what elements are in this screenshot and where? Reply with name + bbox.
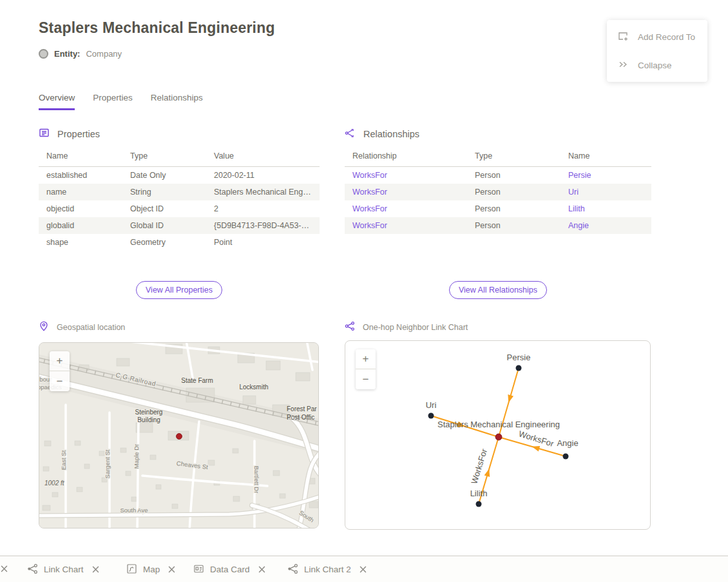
street-label-east: East St bbox=[60, 450, 67, 470]
linkchart-section-title: One-hop Neighbor Link Chart bbox=[363, 323, 468, 332]
tab-bar: Overview Properties Relationships bbox=[39, 93, 203, 110]
collapse-icon bbox=[617, 59, 629, 72]
related-entity-link[interactable]: Uri bbox=[568, 188, 579, 197]
graph-node-center[interactable] bbox=[495, 434, 502, 440]
table-row: established Date Only 2020-02-11 bbox=[39, 167, 320, 184]
linkchart-zoom-in-button[interactable]: + bbox=[356, 349, 376, 369]
graph-node-lilith[interactable] bbox=[476, 501, 482, 507]
link-chart-icon bbox=[287, 563, 298, 576]
node-label-center: Staplers Mechanical Engineering bbox=[437, 420, 560, 429]
street-label-bartlett: Bartlett Dr bbox=[253, 466, 260, 494]
bottom-tab-link-chart-2[interactable]: Link Chart 2 bbox=[287, 556, 367, 582]
map-view[interactable]: C G Railroad State Farm Locksmith Forest… bbox=[39, 342, 319, 529]
entity-label: Entity: bbox=[54, 49, 80, 59]
column-header: Value bbox=[206, 148, 320, 167]
node-label-lilith: Lilith bbox=[470, 489, 488, 498]
poi-label-locksmith: Locksmith bbox=[239, 383, 268, 391]
map-zoom-control: + − bbox=[50, 351, 70, 391]
relationship-link[interactable]: WorksFor bbox=[352, 188, 387, 197]
poi-label-forest-1: Forest Par bbox=[287, 405, 317, 412]
bottom-tab-label: Link Chart bbox=[44, 565, 84, 574]
map-canvas: C G Railroad State Farm Locksmith Forest… bbox=[39, 343, 319, 529]
tab-properties[interactable]: Properties bbox=[93, 93, 133, 110]
bottom-tab-map[interactable]: Map bbox=[126, 556, 175, 582]
properties-table-header-row: Name Type Value bbox=[39, 148, 320, 167]
close-icon[interactable] bbox=[92, 566, 99, 573]
link-chart-icon bbox=[27, 563, 38, 576]
table-row: WorksFor Person Persie bbox=[345, 167, 651, 184]
view-all-relationships-row: View All Relationships bbox=[345, 281, 651, 299]
view-all-properties-button[interactable]: View All Properties bbox=[136, 281, 222, 299]
column-header: Type bbox=[467, 148, 560, 167]
map-zoom-in-button[interactable]: + bbox=[50, 351, 70, 371]
table-row: WorksFor Person Angie bbox=[345, 217, 651, 234]
geospatial-section-title: Geospatial location bbox=[57, 323, 125, 332]
tab-overview[interactable]: Overview bbox=[39, 93, 75, 110]
linkchart-section-header: One-hop Neighbor Link Chart bbox=[345, 321, 468, 333]
properties-icon bbox=[39, 128, 50, 141]
map-pin-icon bbox=[39, 321, 49, 333]
close-icon[interactable] bbox=[258, 566, 265, 573]
node-label-uri: Uri bbox=[426, 400, 437, 410]
page-title: Staplers Mechanical Engineering bbox=[39, 19, 275, 37]
entity-value: Company bbox=[86, 49, 122, 59]
table-row: WorksFor Person Uri bbox=[345, 184, 651, 200]
street-label-sargent: Sargent St bbox=[104, 449, 111, 478]
relationships-section-title: Relationships bbox=[363, 129, 419, 139]
bottom-tab-label: Data Card bbox=[210, 565, 250, 574]
graph-node-angie[interactable] bbox=[563, 454, 569, 460]
graph-node-uri[interactable] bbox=[428, 413, 434, 419]
linkchart-zoom-out-button[interactable]: − bbox=[356, 369, 376, 389]
graph-node-persie[interactable] bbox=[516, 365, 522, 371]
table-row: WorksFor Person Lilith bbox=[345, 200, 651, 217]
table-row: shape Geometry Point bbox=[39, 234, 320, 251]
table-row: objectid Object ID 2 bbox=[39, 200, 320, 217]
entity-row: Entity: Company bbox=[39, 49, 122, 59]
map-location-marker[interactable] bbox=[177, 434, 182, 440]
link-chart-icon bbox=[345, 321, 355, 333]
column-header: Type bbox=[122, 148, 206, 167]
related-entity-link[interactable]: Persie bbox=[568, 171, 591, 180]
menu-item-collapse[interactable]: Collapse bbox=[607, 51, 707, 79]
poi-label-steinberg-2: Building bbox=[137, 416, 160, 423]
street-label-maple: Maple Dr bbox=[133, 444, 140, 469]
related-entity-link[interactable]: Angie bbox=[568, 221, 589, 230]
edge-label-worksfor: WorksFor bbox=[517, 429, 555, 449]
relationship-link[interactable]: WorksFor bbox=[352, 221, 387, 230]
menu-item-label: Collapse bbox=[638, 61, 672, 70]
properties-table: Name Type Value established Date Only 20… bbox=[39, 148, 320, 251]
street-label-south-ave: South Ave bbox=[120, 507, 148, 514]
column-header: Name bbox=[39, 148, 122, 167]
view-all-relationships-button[interactable]: View All Relationships bbox=[449, 281, 547, 299]
close-icon[interactable] bbox=[359, 566, 367, 573]
link-chart-canvas: WorksFor WorksFor Persie Uri Staplers Me… bbox=[345, 341, 651, 530]
bottom-tab-link-chart[interactable]: Link Chart bbox=[27, 556, 99, 582]
relationship-link[interactable]: WorksFor bbox=[352, 204, 387, 213]
bottom-tab-label: Map bbox=[143, 565, 160, 574]
poi-label-steinberg-1: Steinberg bbox=[135, 409, 163, 416]
menu-item-add-record-to[interactable]: Add Record To bbox=[607, 23, 707, 51]
properties-section-title: Properties bbox=[57, 129, 100, 139]
relationships-table: Relationship Type Name WorksFor Person P… bbox=[345, 148, 651, 234]
column-header: Name bbox=[560, 148, 651, 167]
entity-type-dot bbox=[39, 49, 48, 59]
close-icon[interactable] bbox=[1, 565, 8, 572]
relationship-link[interactable]: WorksFor bbox=[352, 171, 387, 180]
bottom-tab-label: Link Chart 2 bbox=[304, 565, 351, 574]
table-row: name String Staplers Mechanical Eng… bbox=[39, 184, 320, 200]
view-all-properties-row: View All Properties bbox=[39, 281, 320, 299]
add-record-icon bbox=[617, 30, 629, 44]
bottom-tab-bar: Link Chart Map Data Card bbox=[0, 556, 728, 582]
map-zoom-out-button[interactable]: − bbox=[50, 371, 70, 391]
close-icon[interactable] bbox=[168, 566, 175, 573]
related-entity-link[interactable]: Lilith bbox=[568, 204, 585, 213]
tab-relationships[interactable]: Relationships bbox=[151, 93, 203, 110]
link-chart-view[interactable]: WorksFor WorksFor Persie Uri Staplers Me… bbox=[345, 340, 651, 530]
column-header: Relationship bbox=[345, 148, 467, 167]
context-menu: Add Record To Collapse bbox=[607, 20, 707, 82]
poi-label-forest-2: Post Offic bbox=[287, 414, 314, 421]
node-label-persie: Persie bbox=[507, 353, 531, 362]
relationships-table-header-row: Relationship Type Name bbox=[345, 148, 651, 167]
bottom-tab-data-card[interactable]: Data Card bbox=[193, 556, 265, 582]
poi-label-state-farm: State Farm bbox=[181, 377, 213, 384]
